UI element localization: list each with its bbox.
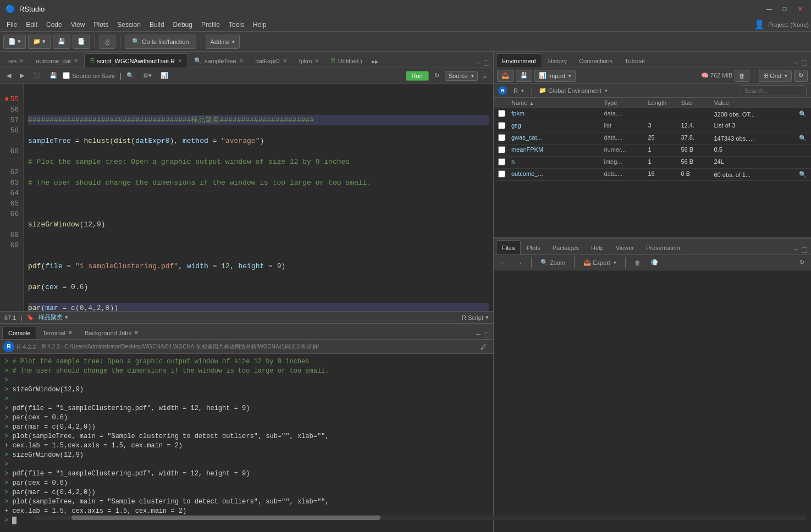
tab-bg-jobs-close[interactable]: ✕ xyxy=(134,329,139,336)
tab-fpkm[interactable]: fpkm ✕ xyxy=(293,53,325,68)
console-maximize-button[interactable]: □ xyxy=(482,330,491,339)
tab-fpkm-close[interactable]: ✕ xyxy=(315,58,319,64)
load-env-button[interactable]: 📥 xyxy=(497,70,514,82)
save-all-button[interactable]: 📑 xyxy=(73,35,90,49)
source-button[interactable]: Source ▾ xyxy=(445,71,478,81)
tab-script-wgcna[interactable]: R script_WGCNAwithoutTrait.R ✕ xyxy=(84,53,188,68)
tab-connections[interactable]: Connections xyxy=(573,53,619,68)
tab-script-close[interactable]: ✕ xyxy=(178,58,182,64)
back-files-button[interactable]: ← xyxy=(497,258,510,267)
menu-code[interactable]: Code xyxy=(42,20,67,30)
close-button[interactable]: ✕ xyxy=(795,3,806,14)
files-minimize-button[interactable]: − xyxy=(792,246,800,254)
tab-packages[interactable]: Packages xyxy=(547,240,585,254)
breakpoint-55[interactable]: ● xyxy=(4,94,9,104)
tab-presentation[interactable]: Presentation xyxy=(640,240,686,254)
tab-help[interactable]: Help xyxy=(585,240,610,254)
menu-edit[interactable]: Edit xyxy=(21,20,42,30)
tab-outcome-dat-close[interactable]: ✕ xyxy=(74,58,78,64)
forward-editor-button[interactable]: ▶ xyxy=(16,71,27,80)
find-button[interactable]: 🔍 xyxy=(123,71,137,80)
source-on-save-label[interactable]: Source on Save xyxy=(63,72,115,79)
env-select-gwas[interactable] xyxy=(498,134,505,141)
env-search-input[interactable] xyxy=(741,85,807,96)
env-select-gsg[interactable] xyxy=(498,122,505,129)
save-env-button[interactable]: 💾 xyxy=(516,70,532,82)
source-on-save-checkbox[interactable] xyxy=(63,72,70,79)
goto-file-button[interactable]: 🔍 Go to file/function xyxy=(125,35,196,49)
tab-environment[interactable]: Environment xyxy=(496,53,542,68)
menu-help[interactable]: Help xyxy=(249,20,271,30)
run-button[interactable]: Run xyxy=(406,71,429,81)
env-row-n[interactable]: n integ... 1 56 B 24L xyxy=(494,157,811,169)
tab-sample-tree-close[interactable]: ✕ xyxy=(239,58,244,64)
view-outcome-icon[interactable]: 🔍 xyxy=(799,171,807,178)
console-clear-button[interactable]: 🖊 xyxy=(477,342,490,351)
editor-maximize-button[interactable]: □ xyxy=(482,59,491,68)
env-row-gwas[interactable]: gwas_cat... data.... 25 37.8. 147343 obs… xyxy=(494,132,811,145)
rerun-button[interactable]: ↻ xyxy=(431,71,443,80)
menu-view[interactable]: View xyxy=(67,20,90,30)
tab-datexpr0-close[interactable]: ✕ xyxy=(283,58,287,64)
tab-outcome-dat[interactable]: outcome_dat ✕ xyxy=(30,53,84,68)
menu-debug[interactable]: Debug xyxy=(169,20,197,30)
clear-plots-button[interactable]: 💨 xyxy=(647,258,661,267)
import-button[interactable]: 📊 Import ▾ xyxy=(534,70,576,82)
menu-file[interactable]: File xyxy=(2,20,21,30)
grid-view-button[interactable]: ⊞ Grid ▾ xyxy=(759,70,792,82)
tab-tutorial[interactable]: Tutorial xyxy=(619,53,650,68)
env-select-n[interactable] xyxy=(498,158,505,165)
restore-button[interactable]: □ xyxy=(779,3,790,14)
addins-button[interactable]: Addins ▾ xyxy=(206,35,240,49)
more-tabs-button[interactable]: ▸▸ xyxy=(368,56,382,68)
code-editor[interactable]: 54 ●55 56 57 58 59 60 61 62 63 64 65 66 … xyxy=(0,84,493,311)
new-file-button[interactable]: 📄▾ xyxy=(3,35,26,49)
tab-plots[interactable]: Plots xyxy=(521,240,546,254)
refresh-files-button[interactable]: ↻ xyxy=(796,258,808,267)
export-plots-button[interactable]: 📤 Export ▾ xyxy=(580,258,620,267)
env-select-fpkm[interactable] xyxy=(498,110,505,117)
env-row-outcome[interactable]: outcome_... data.... 16 0 B 60 obs. of 1… xyxy=(494,169,811,181)
env-select-meanfpkm[interactable] xyxy=(498,146,505,153)
view-fpkm-icon[interactable]: 🔍 xyxy=(799,110,807,118)
tab-sample-tree[interactable]: 🔍 sampleTree ✕ xyxy=(188,53,250,68)
console-cursor[interactable] xyxy=(12,517,16,524)
menu-plots[interactable]: Plots xyxy=(90,20,113,30)
refresh-env-button[interactable]: ↻ xyxy=(794,70,808,82)
console-content[interactable]: > # Plot the sample tree: Open a graphic… xyxy=(0,354,493,532)
env-select-outcome[interactable] xyxy=(498,170,505,178)
code-content[interactable]: ######################################样品… xyxy=(24,84,493,311)
back-editor-button[interactable]: ◀ xyxy=(3,71,14,80)
save-button[interactable]: 💾 xyxy=(53,35,70,49)
env-row-fpkm[interactable]: fpkm data.... 3200 obs. OT... 🔍 xyxy=(494,108,811,120)
clear-env-button[interactable]: 🗑 xyxy=(735,70,749,82)
view-gwas-icon[interactable]: 🔍 xyxy=(799,135,807,142)
global-env-selector[interactable]: 📁 Global Environment ▾ xyxy=(536,86,611,95)
files-maximize-button[interactable]: □ xyxy=(800,246,809,254)
env-minimize-button[interactable]: − xyxy=(792,59,800,68)
tab-background-jobs[interactable]: Background Jobs ✕ xyxy=(79,326,145,339)
menu-tools[interactable]: Tools xyxy=(224,20,249,30)
compile-button[interactable]: 📊 xyxy=(157,71,172,80)
editor-minimize-button[interactable]: − xyxy=(474,59,482,68)
tab-res-close[interactable]: ✕ xyxy=(19,58,24,64)
save-editor-button[interactable]: 💾 xyxy=(46,71,60,80)
console-minimize-button[interactable]: − xyxy=(474,330,482,339)
menu-build[interactable]: Build xyxy=(145,20,169,30)
tab-viewer[interactable]: Viewer xyxy=(610,240,640,254)
delete-plot-button[interactable]: 🗑 xyxy=(631,258,644,267)
tab-res[interactable]: res ✕ xyxy=(2,53,30,68)
minimize-button[interactable]: — xyxy=(764,3,775,14)
env-row-gsg[interactable]: gsg list 3 12.4. List of 3 xyxy=(494,120,811,132)
env-row-meanfpkm[interactable]: meanFPKM numer... 1 56 B 0.5 xyxy=(494,145,811,157)
menu-session[interactable]: Session xyxy=(113,20,145,30)
menu-profile[interactable]: Profile xyxy=(197,20,224,30)
show-in-new-window-button[interactable]: ⬛ xyxy=(30,71,44,80)
tab-history[interactable]: History xyxy=(542,53,573,68)
editor-menu-button[interactable]: ≡ xyxy=(480,71,490,80)
tab-files[interactable]: Files xyxy=(496,240,521,254)
tab-datexpr0[interactable]: datExpr0 ✕ xyxy=(250,53,293,68)
tab-terminal-close[interactable]: ✕ xyxy=(68,329,73,336)
tab-untitled[interactable]: R Untitled ) xyxy=(325,53,368,68)
tab-terminal[interactable]: Terminal ✕ xyxy=(36,326,79,339)
